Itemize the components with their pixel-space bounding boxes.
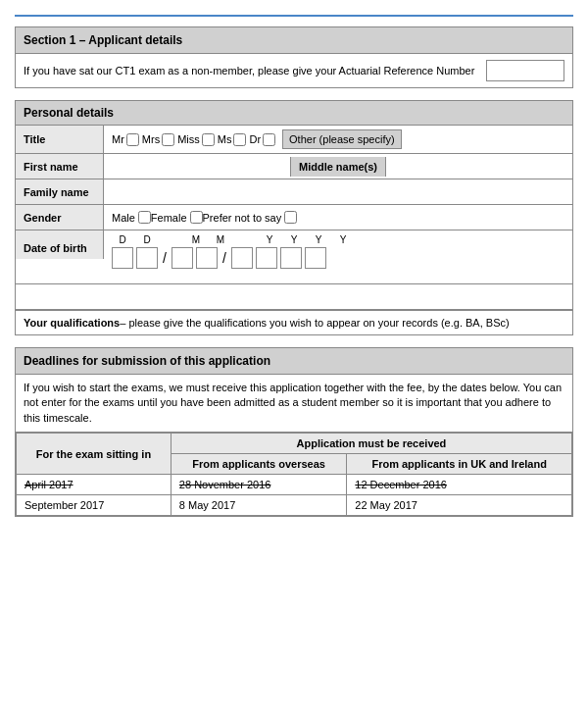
dob-yr3-box[interactable] [280, 247, 302, 269]
title-label: Title [16, 126, 104, 153]
gender-row: Gender Male Female Prefer not to say [16, 205, 572, 230]
table-row: September 20178 May 201722 May 2017 [17, 495, 572, 516]
gender-prefer: Prefer not to say [203, 211, 298, 224]
col-app-must: Application must be received [171, 434, 571, 454]
personal-details-header: Personal details [16, 101, 572, 126]
blank-row [16, 284, 572, 310]
dob-d1: D [112, 234, 133, 245]
gender-content: Male Female Prefer not to say [104, 205, 572, 230]
title-dr-label: Dr [249, 133, 261, 145]
dob-y1: Y [259, 234, 280, 245]
uk-cell: 22 May 2017 [347, 495, 572, 516]
title-miss-label: Miss [177, 133, 200, 145]
dob-row: Date of birth D D M M Y Y Y Y / [16, 230, 572, 284]
family-name-label: Family name [16, 179, 104, 204]
qualifications-bold: Your qualifications [24, 317, 120, 329]
title-mr: Mr [112, 133, 139, 146]
middle-name-label: Middle name(s) [291, 157, 386, 177]
other-box: Other (please specify) [282, 129, 402, 149]
family-name-field [104, 179, 572, 204]
family-name-row: Family name [16, 179, 572, 205]
dob-m2: M [210, 234, 231, 245]
dob-y2: Y [283, 234, 305, 245]
deadlines-intro: If you wish to start the exams, we must … [16, 375, 572, 433]
first-name-label: First name [16, 154, 104, 179]
dob-content: D D M M Y Y Y Y / / [104, 230, 362, 273]
name-row: First name Middle name(s) [16, 154, 572, 179]
dob-y3: Y [308, 234, 329, 245]
dob-y4: Y [332, 234, 354, 245]
gender-prefer-checkbox[interactable] [284, 211, 297, 224]
dob-sep2: / [220, 250, 228, 266]
name-content: Middle name(s) [104, 154, 572, 179]
title-dr-checkbox[interactable] [263, 133, 275, 146]
dob-day1-box[interactable] [112, 247, 133, 269]
title-dr: Dr [249, 133, 275, 146]
col-uk: From applicants in UK and Ireland [347, 454, 572, 475]
first-name-input[interactable] [112, 161, 282, 173]
gender-male-label: Male [112, 212, 135, 224]
dob-sep1: / [161, 250, 169, 266]
ct1-label: If you have sat our CT1 exam as a non-me… [24, 65, 478, 77]
title-mr-label: Mr [112, 133, 124, 145]
dob-label: Date of birth [16, 230, 104, 259]
middle-name-field [386, 157, 572, 177]
dob-letters: D D M M Y Y Y Y [112, 234, 354, 245]
dob-mon2-box[interactable] [196, 247, 218, 269]
title-mr-checkbox[interactable] [126, 133, 139, 146]
qualifications-row: Your qualifications– please give the qua… [16, 310, 572, 334]
qualifications-desc: – please give the qualifications you wis… [120, 317, 509, 329]
dob-m1: M [185, 234, 207, 245]
title-options: Mr Mrs Miss Ms Dr [112, 129, 402, 149]
dob-mon1-box[interactable] [172, 247, 193, 269]
title-mrs: Mrs [142, 133, 174, 146]
table-row: April 201728 November 201612 December 20… [17, 475, 572, 495]
title-row: Title Mr Mrs Miss Ms [16, 126, 572, 154]
title-ms: Ms [218, 133, 247, 146]
gender-female-label: Female [151, 212, 187, 224]
personal-details-section: Personal details Title Mr Mrs Miss Ms [15, 100, 573, 335]
deadlines-table: For the exam sitting in Application must… [16, 433, 572, 516]
dob-yr2-box[interactable] [256, 247, 277, 269]
gender-male: Male [112, 211, 151, 224]
dob-yr4-box[interactable] [305, 247, 326, 269]
dob-yr1-box[interactable] [231, 247, 253, 269]
other-label: Other (please specify) [289, 133, 395, 145]
title-ms-checkbox[interactable] [233, 133, 246, 146]
section1-header: Section 1 – Applicant details [16, 27, 572, 54]
overseas-cell: 8 May 2017 [171, 495, 346, 516]
dob-boxes: / / [112, 247, 354, 269]
dob-d2: D [136, 234, 158, 245]
gender-label: Gender [16, 205, 104, 230]
section1: Section 1 – Applicant details If you hav… [15, 26, 573, 88]
overseas-cell: 28 November 2016 [171, 475, 346, 495]
exam-cell: September 2017 [17, 495, 172, 516]
qualifications-text: Your qualifications– please give the qua… [24, 317, 510, 329]
title-mrs-checkbox[interactable] [162, 133, 174, 146]
first-name-field [104, 157, 291, 177]
uk-cell: 12 December 2016 [347, 475, 572, 495]
title-mrs-label: Mrs [142, 133, 160, 145]
title-content: Mr Mrs Miss Ms Dr [104, 126, 572, 153]
gender-female: Female [151, 211, 203, 224]
col-overseas: From applicants overseas [171, 454, 346, 475]
deadlines-header: Deadlines for submission of this applica… [16, 348, 572, 375]
gender-male-checkbox[interactable] [138, 211, 151, 224]
title-ms-label: Ms [218, 133, 232, 145]
deadlines-section: Deadlines for submission of this applica… [15, 347, 573, 517]
exam-cell: April 2017 [17, 475, 172, 495]
title-miss-checkbox[interactable] [202, 133, 215, 146]
family-name-input[interactable] [112, 186, 564, 198]
ct1-input[interactable] [486, 60, 564, 81]
ct1-row: If you have sat our CT1 exam as a non-me… [16, 54, 572, 87]
title-miss: Miss [177, 133, 215, 146]
col-exam: For the exam sitting in [17, 434, 172, 475]
gender-prefer-label: Prefer not to say [203, 212, 282, 224]
dob-day2-box[interactable] [136, 247, 158, 269]
gender-female-checkbox[interactable] [190, 211, 203, 224]
table-header-row: For the exam sitting in Application must… [17, 434, 572, 454]
middle-name-input[interactable] [394, 161, 564, 173]
